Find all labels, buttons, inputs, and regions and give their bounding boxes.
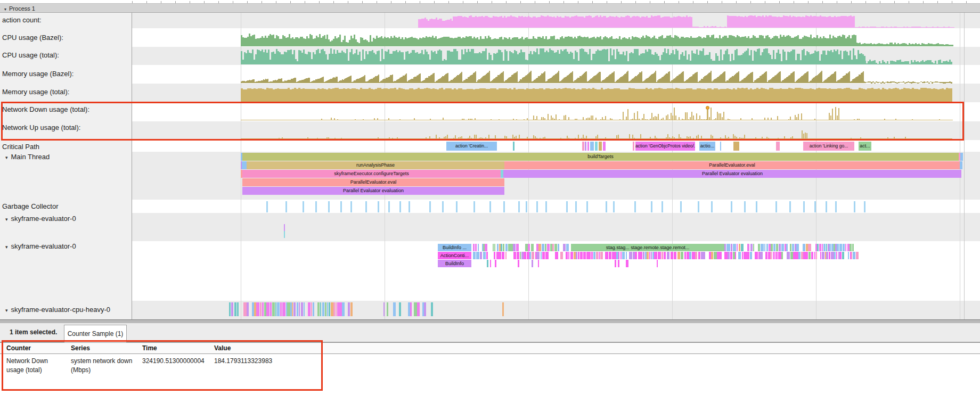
timeline-slice[interactable]: action 'Creatin... — [446, 142, 497, 151]
collapse-arrow-icon[interactable]: ▾ — [5, 155, 8, 160]
track-label-thread-5[interactable]: ▾skyframe-evaluator-cpu-heavy-0 — [5, 306, 110, 314]
timeline-slice[interactable]: Parallel Evaluator evaluation — [242, 187, 504, 195]
detail-panel: CounterSeriesTimeValueNetwork Down usage… — [0, 342, 980, 395]
track-row-mem-bazel[interactable] — [132, 65, 980, 84]
collapse-arrow-icon[interactable]: ▾ — [5, 217, 8, 222]
track-row-skyframe-evaluator-0-a[interactable] — [132, 213, 980, 241]
timeline-slice[interactable]: ParallelEvaluator.eval — [504, 161, 960, 169]
track-label-thread-2: Garbage Collector — [2, 202, 59, 210]
timeline-slice[interactable] — [585, 142, 586, 151]
timeline-slice[interactable] — [242, 161, 247, 169]
column-header-value: Value — [214, 344, 231, 352]
track-label-thread-3[interactable]: ▾skyframe-evaluator-0 — [5, 215, 76, 223]
column-header-series: Series — [71, 344, 90, 352]
timeline-slice[interactable]: act... — [859, 142, 871, 151]
track-row-cpu-total[interactable] — [132, 47, 980, 65]
trace-viewer: ▾Process 1 action count:CPU usage (Bazel… — [0, 0, 980, 395]
column-header-counter: Counter — [6, 344, 31, 352]
track-label-counter-4: Memory usage (total): — [2, 88, 69, 96]
track-label-thread-1[interactable]: ▾Main Thread — [5, 153, 50, 161]
timeline-slice[interactable]: ActionConti... — [438, 252, 471, 259]
timeline-slice[interactable] — [599, 142, 602, 151]
timeline-slice[interactable] — [513, 142, 514, 151]
timeline-slice[interactable] — [633, 142, 634, 151]
track-label-counter-0: action count: — [2, 16, 42, 24]
track-row-garbage-collector[interactable] — [132, 200, 980, 213]
tab-counter-sample[interactable]: Counter Sample (1) — [64, 325, 127, 343]
track-label-counter-3: Memory usage (Bazel): — [2, 70, 74, 78]
timeline-slice[interactable]: stag.stag... stage.remote.stage.remot... — [571, 244, 724, 251]
timeline-slice[interactable] — [960, 161, 962, 169]
timeline-canvas[interactable]: action 'Creatin...action 'GenObjcProtos … — [132, 13, 980, 319]
process-header[interactable]: ▾Process 1 — [0, 3, 980, 13]
table-cell: Network Down usage (total) — [6, 357, 65, 375]
table-cell: 184.1793113323983 — [214, 357, 283, 366]
track-row-skyframe-evaluator-cpu-heavy-0[interactable] — [132, 301, 980, 319]
collapse-arrow-icon[interactable]: ▾ — [5, 244, 8, 250]
table-header-row: CounterSeriesTimeValue — [0, 342, 980, 354]
table-row[interactable]: Network Down usage (total)system network… — [0, 354, 980, 386]
track-row-net-up[interactable] — [132, 121, 980, 140]
column-header-time: Time — [142, 344, 157, 352]
timeline-slice[interactable] — [733, 142, 739, 151]
track-label-counter-1: CPU usage (Bazel): — [2, 34, 63, 42]
detail-tab-bar: 1 item selected. Counter Sample (1) — [0, 323, 980, 342]
timeline-slice[interactable]: runAnalysisPhase — [247, 161, 504, 169]
track-row-skyframe-evaluator-0-b[interactable] — [132, 241, 980, 301]
track-row-mem-total[interactable] — [132, 84, 980, 102]
timeline-slice[interactable]: action 'GenObjcProtos video/... — [635, 142, 695, 151]
track-label-thread-0: Critical Path — [2, 143, 39, 151]
track-row-action-count[interactable] — [132, 13, 980, 28]
timeline-slice[interactable] — [720, 142, 721, 151]
timeline-slice[interactable]: Parallel Evaluator evaluation — [503, 170, 961, 178]
track-row-net-down[interactable] — [132, 102, 980, 121]
timeline-slice[interactable] — [960, 153, 963, 161]
track-label-thread-4[interactable]: ▾skyframe-evaluator-0 — [5, 242, 76, 250]
timeline-slice[interactable] — [776, 142, 780, 151]
track-label-counter-2: CPU usage (total): — [2, 51, 59, 59]
track-sidebar: action count:CPU usage (Bazel):CPU usage… — [0, 13, 132, 319]
track-row-cpu-bazel[interactable] — [132, 28, 980, 47]
timeline-slice[interactable]: ParallelEvaluator.eval — [242, 178, 504, 186]
viewport-edge — [964, 13, 965, 319]
timeline-slice[interactable] — [582, 142, 584, 151]
track-label-counter-5: Network Down usage (total): — [2, 105, 89, 113]
track-label-counter-6: Network Up usage (total): — [2, 124, 80, 131]
selection-status: 1 item selected. — [10, 328, 57, 336]
selected-sample-marker[interactable] — [706, 106, 709, 110]
timeline-slice[interactable]: BuildInfo ... — [438, 244, 471, 251]
table-cell: 324190.51300000004 — [142, 357, 208, 366]
table-cell: system network down (Mbps) — [71, 357, 136, 375]
timeline-slice[interactable]: skyframeExecutor.configureTargets — [242, 170, 501, 178]
timeline-slice[interactable] — [590, 142, 594, 151]
timeline-slice[interactable]: BuildInfo — [438, 260, 471, 267]
timeline-slice[interactable]: buildTargets — [242, 153, 959, 161]
timeline-slice[interactable] — [595, 142, 598, 151]
timeline-slice[interactable] — [603, 142, 606, 151]
timeline-slice[interactable]: actio... — [699, 142, 715, 151]
collapse-arrow-icon[interactable]: ▾ — [5, 308, 8, 313]
timeline-slice[interactable] — [587, 142, 589, 151]
panel-splitter[interactable] — [0, 319, 980, 323]
collapse-arrow-icon: ▾ — [4, 7, 6, 12]
timeline-slice[interactable]: action 'Linking go... — [803, 142, 854, 151]
